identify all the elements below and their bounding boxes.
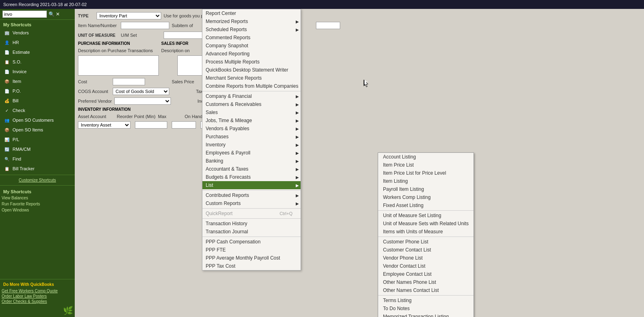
submenu-other-names-phone[interactable]: Other Names Phone List xyxy=(378,278,474,286)
menu-commented-reports[interactable]: Commented Reports xyxy=(202,34,301,42)
arrow-icon: ▶ xyxy=(296,175,299,180)
submenu-customer-contact[interactable]: Customer Contact List xyxy=(378,246,474,254)
asset-account-select[interactable]: Inventory Asset xyxy=(78,121,130,129)
submenu-uom-related[interactable]: Unit of Measure Sets with Related Units xyxy=(378,220,474,228)
menu-memorized-reports[interactable]: Memorized Reports ▶ xyxy=(202,17,301,25)
menu-customers-receivables[interactable]: Customers & Receivables ▶ xyxy=(202,100,301,108)
submenu-item-listing[interactable]: Item Listing xyxy=(378,177,474,185)
arrow-icon: ▶ xyxy=(296,183,299,188)
submenu-item-price-list[interactable]: Item Price List xyxy=(378,161,474,169)
submenu-other-names-contact[interactable]: Other Names Contact List xyxy=(378,286,474,294)
menu-combine-reports[interactable]: Combine Reports from Multiple Companies xyxy=(202,82,301,90)
submenu-item-price-list-level[interactable]: Item Price List for Price Level xyxy=(378,169,474,177)
promo-workers-comp[interactable]: Get Free Workers Comp Quote xyxy=(0,288,75,294)
menu-sales[interactable]: Sales ▶ xyxy=(202,108,301,116)
menu-inventory[interactable]: Inventory ▶ xyxy=(202,141,301,149)
submenu-workers-comp[interactable]: Workers Comp Listing xyxy=(378,193,474,201)
submenu-memorized-transaction[interactable]: Memorized Transaction Listing xyxy=(378,313,474,317)
submenu-customer-phone[interactable]: Customer Phone List xyxy=(378,238,474,246)
submenu-items-uom[interactable]: Items with Units of Measure xyxy=(378,228,474,236)
cogs-select[interactable]: Cost of Goods Sold xyxy=(113,88,169,95)
sidebar-item-hr[interactable]: 👤 HR xyxy=(0,38,75,47)
sidebar-item-item[interactable]: 📦 Item xyxy=(0,76,75,86)
menu-advanced-reporting[interactable]: Advanced Reporting xyxy=(202,50,301,58)
sidebar-item-bill[interactable]: 💰 Bill xyxy=(0,96,75,106)
menu-ppp-avg-payroll[interactable]: PPP Average Monthly Payroll Cost xyxy=(202,254,301,262)
menu-ppp-tax-cost[interactable]: PPP Tax Cost xyxy=(202,262,301,270)
menu-quickreport[interactable]: QuickReport Ctrl+Q xyxy=(202,209,301,218)
menu-list[interactable]: List ▶ xyxy=(202,181,301,189)
submenu-vendor-phone[interactable]: Vendor Phone List xyxy=(378,254,474,262)
menu-custom-reports[interactable]: Custom Reports ▶ xyxy=(202,199,301,207)
cost-input[interactable]: 0.00 xyxy=(113,78,145,85)
item-name-input[interactable] xyxy=(121,22,169,29)
menu-ppp-cash[interactable]: PPP Cash Compensation xyxy=(202,238,301,246)
sidebar-item-so[interactable]: 📋 S.O. xyxy=(0,57,75,67)
manu-input[interactable] xyxy=(316,22,340,29)
menu-ppp-fte[interactable]: PPP FTE xyxy=(202,246,301,254)
menu-employees-payroll[interactable]: Employees & Payroll ▶ xyxy=(202,149,301,157)
search-icon[interactable]: 🔍 xyxy=(48,11,55,17)
menu-transaction-history[interactable]: Transaction History xyxy=(202,220,301,228)
sidebar-item-rmacm[interactable]: 🔄 RMA/CM xyxy=(0,144,75,154)
type-select[interactable]: Inventory Part xyxy=(97,12,161,19)
submenu-uom-set-listing[interactable]: Unit of Measure Set Listing xyxy=(378,211,474,220)
menu-accountant-taxes[interactable]: Accountant & Taxes ▶ xyxy=(202,165,301,173)
sidebar-item-label: Vendors xyxy=(13,30,29,35)
submenu-terms-listing[interactable]: Terms Listing xyxy=(378,296,474,304)
menu-purchases[interactable]: Purchases ▶ xyxy=(202,133,301,141)
sidebar-promo-links: Get Free Workers Comp Quote Order Labor … xyxy=(0,288,75,304)
sidebar-item-estimate[interactable]: 📄 Estimate xyxy=(0,47,75,57)
menu-report-center[interactable]: Report Center xyxy=(202,9,301,17)
menu-company-financial[interactable]: Company & Financial ▶ xyxy=(202,92,301,100)
sidebar-item-check[interactable]: ✓ Check xyxy=(0,106,75,115)
sidebar-item-vendors[interactable]: 🏢 Vendors xyxy=(0,28,75,38)
sidebar-run-reports[interactable]: Run Favorite Reports xyxy=(0,201,75,207)
menu-transaction-journal[interactable]: Transaction Journal xyxy=(202,228,301,236)
sidebar-item-label: RMA/CM xyxy=(13,147,31,152)
menu-scheduled-reports[interactable]: Scheduled Reports ▶ xyxy=(202,25,301,34)
close-icon[interactable]: ✕ xyxy=(56,11,60,17)
sidebar-search-input[interactable] xyxy=(2,11,47,18)
uom-label: UNIT OF MEASURE xyxy=(78,33,118,38)
sales-info-label: SALES INFOR xyxy=(161,41,188,46)
submenu-fixed-asset[interactable]: Fixed Asset Listing xyxy=(378,201,474,209)
preferred-vendor-select[interactable] xyxy=(114,97,171,105)
sidebar-item-po[interactable]: 📄 P.O. xyxy=(0,86,75,96)
menu-jobs-time-mileage[interactable]: Jobs, Time & Mileage ▶ xyxy=(202,116,301,125)
arrow-icon: ▶ xyxy=(296,159,299,163)
menu-vendors-payables[interactable]: Vendors & Payables ▶ xyxy=(202,125,301,133)
sidebar-item-label: HR xyxy=(13,40,19,45)
menu-merchant-service[interactable]: Merchant Service Reports xyxy=(202,74,301,82)
sidebar-item-open-so-items[interactable]: 📦 Open SO Items xyxy=(0,125,75,135)
menu-banking[interactable]: Banking ▶ xyxy=(202,157,301,165)
max-input[interactable] xyxy=(172,121,196,129)
promo-checks[interactable]: Order Checks & Supplies xyxy=(0,299,75,304)
submenu-to-do-notes[interactable]: To Do Notes xyxy=(378,304,474,313)
cogs-row: COGS Account Cost of Goods Sold Tax Code xyxy=(78,88,641,95)
menu-budgets-forecasts[interactable]: Budgets & Forecasts ▶ xyxy=(202,173,301,181)
submenu-account-listing[interactable]: Account Listing xyxy=(378,153,474,161)
sidebar-item-invoice[interactable]: 📄 Invoice xyxy=(0,67,75,76)
sidebar-view-balances[interactable]: View Balances xyxy=(0,195,75,201)
sidebar-open-windows[interactable]: Open Windows xyxy=(0,207,75,213)
menu-contributed-reports[interactable]: Contributed Reports ▶ xyxy=(202,191,301,199)
reorder-point-input[interactable] xyxy=(135,121,167,129)
menu-process-multiple[interactable]: Process Multiple Reports xyxy=(202,58,301,66)
sidebar-item-open-so-customers[interactable]: 👥 Open SO Customers xyxy=(0,115,75,125)
customize-shortcuts-link[interactable]: Customize Shortcuts xyxy=(0,176,75,184)
list-submenu: Account Listing Item Price List Item Pri… xyxy=(378,152,474,317)
menu-company-snapshot[interactable]: Company Snapshot xyxy=(202,42,301,50)
submenu-employee-contact[interactable]: Employee Contact List xyxy=(378,270,474,278)
desc-purchase-textarea[interactable] xyxy=(78,55,159,76)
inventory-values-row: Inventory Asset 0.00 xyxy=(78,121,641,129)
sidebar: 🔍 ✕ My Shortcuts 🏢 Vendors 👤 HR 📄 Estima… xyxy=(0,9,75,317)
menu-qb-statement[interactable]: QuickBooks Desktop Statement Writer xyxy=(202,66,301,74)
submenu-payroll-item-listing[interactable]: Payroll Item Listing xyxy=(378,185,474,193)
promo-labor-law[interactable]: Order Labor Law Posters xyxy=(0,294,75,299)
sidebar-item-find[interactable]: 🔍 Find xyxy=(0,154,75,164)
sidebar-item-bill-tracker[interactable]: 📋 Bill Tracker xyxy=(0,164,75,173)
sidebar-item-pl[interactable]: 📊 P/L xyxy=(0,135,75,144)
submenu-vendor-contact[interactable]: Vendor Contact List xyxy=(378,262,474,270)
reorder-point-label: Reorder Point (Min) xyxy=(117,114,156,119)
